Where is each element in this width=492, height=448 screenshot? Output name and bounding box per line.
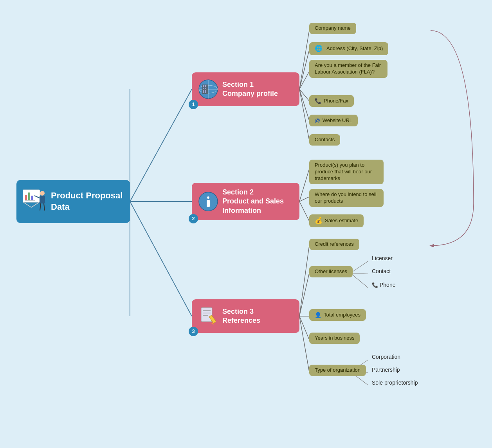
subleaf-sole-proprietorship: Sole proprietorship	[372, 380, 418, 386]
svg-line-25	[23, 202, 31, 207]
leaf-website: @ Website URL	[309, 115, 358, 126]
info-icon	[198, 191, 218, 212]
svg-line-7	[299, 89, 309, 101]
phone-icon: 📞	[315, 97, 321, 104]
section1-number: 1	[189, 100, 198, 109]
svg-line-9	[299, 89, 309, 140]
phone-small-icon: 📞	[372, 282, 378, 288]
svg-line-17	[299, 316, 309, 372]
section2-label: Section 2 Product and Sales Information	[222, 188, 284, 215]
section1-label: Section 1 Company profile	[222, 80, 278, 99]
svg-rect-52	[201, 308, 212, 322]
leaf-other-licenses: Other licenses	[309, 266, 353, 277]
svg-rect-48	[205, 90, 206, 93]
leaf-sell-products: Where do you intend to sell our products	[309, 189, 384, 207]
svg-line-19	[350, 273, 368, 274]
leaf-total-employees: 👤 Total employees	[309, 309, 366, 321]
svg-line-6	[299, 72, 309, 89]
leaf-phone-fax: 📞 Phone/Fax	[309, 95, 354, 107]
subleaf-licenser: Licenser	[372, 255, 393, 261]
section2-node: 2 Section 2 Product and Sales Informatio…	[192, 183, 299, 220]
svg-line-5	[299, 50, 309, 89]
svg-line-13	[299, 246, 309, 316]
section3-label: Section 3 References	[222, 307, 260, 326]
leaf-type-of-org: Type of organization	[309, 365, 366, 376]
svg-line-18	[350, 261, 368, 273]
presenter-icon	[23, 188, 46, 215]
svg-line-2	[130, 202, 192, 316]
svg-point-50	[207, 196, 209, 199]
svg-rect-44	[205, 85, 206, 87]
section3-number: 3	[189, 327, 198, 336]
svg-line-12	[299, 202, 309, 221]
globe-small-icon: 🌐	[315, 45, 323, 53]
leaf-company-name: Company name	[309, 23, 356, 34]
svg-line-26	[31, 202, 39, 207]
leaf-fla: Are you a member of the Fair Labour Asso…	[309, 60, 387, 78]
svg-line-4	[299, 31, 309, 89]
svg-line-20	[350, 273, 368, 288]
section3-node: 3 Section 3 References	[192, 299, 299, 333]
section1-node: 1 Section 1 Company profile	[192, 72, 299, 106]
at-icon: @	[315, 117, 320, 124]
svg-rect-46	[205, 88, 206, 89]
root-label: Product Proposal Data	[51, 190, 124, 212]
svg-rect-27	[25, 195, 27, 200]
leaf-sales-estimate: 💰 Sales estimate	[309, 214, 364, 227]
leaf-products-plan: Product(s) you plan to produce that will…	[309, 160, 384, 184]
person-icon: 👤	[315, 311, 321, 318]
svg-rect-43	[203, 85, 204, 87]
document-icon	[198, 306, 218, 326]
svg-line-0	[130, 89, 192, 202]
subleaf-phone: 📞Phone	[372, 282, 395, 288]
svg-line-16	[299, 316, 309, 340]
subleaf-partnership: Partnership	[372, 367, 400, 373]
svg-rect-28	[28, 193, 30, 200]
svg-point-31	[40, 191, 45, 196]
svg-line-10	[299, 169, 309, 202]
svg-line-11	[299, 197, 309, 202]
leaf-contacts: Contacts	[309, 134, 340, 146]
subleaf-contact: Contact	[372, 268, 391, 274]
dollar-icon: 💰	[315, 217, 323, 225]
svg-rect-45	[203, 88, 204, 89]
leaf-credit-refs: Credit references	[309, 239, 359, 250]
leaf-years-in-business: Years in business	[309, 333, 360, 344]
svg-rect-29	[31, 196, 33, 200]
svg-line-36	[44, 203, 45, 211]
svg-rect-51	[207, 200, 210, 207]
svg-line-8	[299, 89, 309, 121]
leaf-address: 🌐 Address (City, State, Zip)	[309, 42, 388, 55]
subleaf-corporation: Corporation	[372, 354, 400, 360]
section2-number: 2	[189, 214, 198, 223]
svg-rect-47	[203, 90, 204, 93]
svg-line-14	[299, 273, 309, 316]
globe-icon	[198, 79, 218, 99]
root-node: Product Proposal Data	[16, 180, 130, 223]
svg-line-35	[40, 203, 41, 211]
